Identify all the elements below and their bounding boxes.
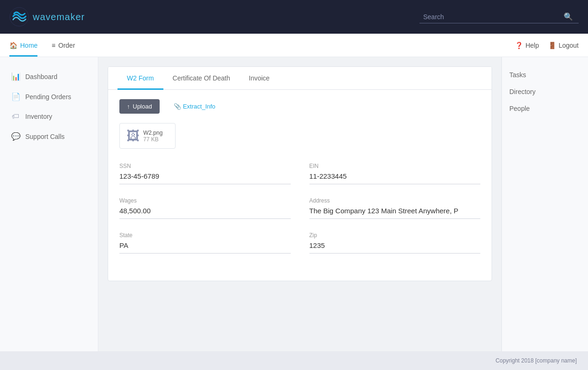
search-button[interactable]: 🔍 bbox=[564, 12, 573, 21]
search-input[interactable] bbox=[423, 13, 564, 21]
right-sidebar-people[interactable]: People bbox=[509, 100, 581, 117]
wages-value: 48,500.00 bbox=[119, 207, 291, 219]
help-label: Help bbox=[525, 42, 539, 49]
logo-area: wavemaker bbox=[9, 7, 85, 27]
field-address: Address The Big Company 123 Main Street … bbox=[309, 197, 481, 219]
form-row-wages-address: Wages 48,500.00 Address The Big Company … bbox=[119, 197, 480, 219]
field-zip: Zip 1235 bbox=[309, 232, 481, 254]
upload-arrow-icon: ↑ bbox=[127, 103, 130, 110]
tasks-label: Tasks bbox=[509, 71, 526, 79]
file-icon: 🖼 bbox=[126, 128, 140, 144]
nav-order[interactable]: ≡ Order bbox=[51, 34, 75, 57]
state-label: State bbox=[119, 232, 291, 239]
footer: Copyright 2018 [company name] bbox=[0, 351, 588, 370]
ein-label: EIN bbox=[309, 163, 481, 169]
right-sidebar-directory[interactable]: Directory bbox=[509, 83, 581, 100]
nav-order-label: Order bbox=[59, 42, 75, 49]
sec-nav-left: 🏠 Home ≡ Order bbox=[9, 34, 75, 57]
help-icon: ❓ bbox=[515, 42, 523, 49]
field-wages: Wages 48,500.00 bbox=[119, 197, 291, 219]
sidebar-item-pending-orders[interactable]: 📄 Pending Orders bbox=[0, 87, 98, 107]
inventory-icon: 🏷 bbox=[11, 112, 20, 121]
ssn-label: SSN bbox=[119, 163, 291, 169]
field-ein: EIN 11-2233445 bbox=[309, 163, 481, 184]
footer-text: Copyright 2018 [company name] bbox=[496, 357, 577, 364]
address-value: The Big Company 123 Main Street Anywhere… bbox=[309, 207, 481, 219]
logout-link[interactable]: 🚪 Logout bbox=[548, 42, 579, 49]
nav-home-label: Home bbox=[20, 42, 37, 49]
sidebar-item-inventory[interactable]: 🏷 Inventory bbox=[0, 107, 98, 126]
content-card: W2 Form Certificate Of Death Invoice ↑ U… bbox=[108, 66, 492, 281]
main-layout: 📊 Dashboard 📄 Pending Orders 🏷 Inventory… bbox=[0, 57, 588, 351]
logo-icon bbox=[9, 7, 29, 27]
extract-info-icon: 📎 bbox=[174, 103, 181, 110]
search-area: 🔍 bbox=[419, 10, 579, 23]
nav-home[interactable]: 🏠 Home bbox=[9, 34, 37, 57]
extract-info-label: Extract_Info bbox=[183, 103, 215, 110]
sidebar-inventory-label: Inventory bbox=[25, 113, 52, 120]
sidebar-pending-orders-label: Pending Orders bbox=[25, 93, 71, 101]
dashboard-icon: 📊 bbox=[11, 72, 20, 81]
file-preview: 🖼 W2.png 77 KB bbox=[119, 123, 176, 149]
secondary-nav: 🏠 Home ≡ Order ❓ Help 🚪 Logout bbox=[0, 34, 588, 57]
form-row-state-zip: State PA Zip 1235 bbox=[119, 232, 480, 254]
wages-label: Wages bbox=[119, 197, 291, 204]
sidebar-item-support-calls[interactable]: 💬 Support Calls bbox=[0, 126, 98, 146]
ssn-value: 123-45-6789 bbox=[119, 172, 291, 184]
right-sidebar-tasks[interactable]: Tasks bbox=[509, 66, 581, 83]
tab-w2-form[interactable]: W2 Form bbox=[118, 67, 163, 90]
zip-value: 1235 bbox=[309, 241, 481, 254]
pending-orders-icon: 📄 bbox=[11, 92, 20, 101]
upload-row: ↑ Upload 📎 Extract_Info bbox=[119, 99, 480, 114]
logout-icon: 🚪 bbox=[548, 42, 556, 49]
order-icon: ≡ bbox=[51, 42, 55, 49]
left-sidebar: 📊 Dashboard 📄 Pending Orders 🏷 Inventory… bbox=[0, 57, 98, 351]
logout-label: Logout bbox=[559, 42, 579, 49]
main-content: W2 Form Certificate Of Death Invoice ↑ U… bbox=[98, 57, 501, 351]
form-section: SSN 123-45-6789 EIN 11-2233445 Wages 48,… bbox=[119, 158, 480, 271]
tab-certificate-of-death[interactable]: Certificate Of Death bbox=[163, 67, 240, 90]
sec-nav-right: ❓ Help 🚪 Logout bbox=[515, 42, 579, 49]
form-row-ssn-ein: SSN 123-45-6789 EIN 11-2233445 bbox=[119, 163, 480, 184]
field-ssn: SSN 123-45-6789 bbox=[119, 163, 291, 184]
upload-button[interactable]: ↑ Upload bbox=[119, 99, 160, 114]
sidebar-dashboard-label: Dashboard bbox=[25, 73, 58, 80]
file-size: 77 KB bbox=[143, 136, 162, 143]
tabs-bar: W2 Form Certificate Of Death Invoice bbox=[108, 67, 492, 90]
people-label: People bbox=[509, 105, 530, 112]
address-label: Address bbox=[309, 197, 481, 204]
support-calls-icon: 💬 bbox=[11, 132, 20, 141]
home-icon: 🏠 bbox=[9, 42, 17, 49]
field-state: State PA bbox=[119, 232, 291, 254]
file-name: W2.png bbox=[143, 130, 162, 136]
sidebar-support-calls-label: Support Calls bbox=[25, 133, 65, 140]
directory-label: Directory bbox=[509, 88, 536, 95]
extract-info-link[interactable]: 📎 Extract_Info bbox=[174, 103, 215, 110]
upload-button-label: Upload bbox=[133, 103, 152, 110]
state-value: PA bbox=[119, 241, 291, 254]
tab-invoice[interactable]: Invoice bbox=[240, 67, 279, 90]
tab-content: ↑ Upload 📎 Extract_Info 🖼 W2.png 77 KB bbox=[108, 90, 492, 281]
top-navbar: wavemaker 🔍 bbox=[0, 0, 588, 34]
help-link[interactable]: ❓ Help bbox=[515, 42, 539, 49]
sidebar-item-dashboard[interactable]: 📊 Dashboard bbox=[0, 66, 98, 87]
ein-value: 11-2233445 bbox=[309, 172, 481, 184]
logo-text: wavemaker bbox=[33, 12, 85, 22]
right-sidebar: Tasks Directory People bbox=[501, 57, 588, 351]
zip-label: Zip bbox=[309, 232, 481, 239]
file-info: W2.png 77 KB bbox=[143, 130, 162, 143]
